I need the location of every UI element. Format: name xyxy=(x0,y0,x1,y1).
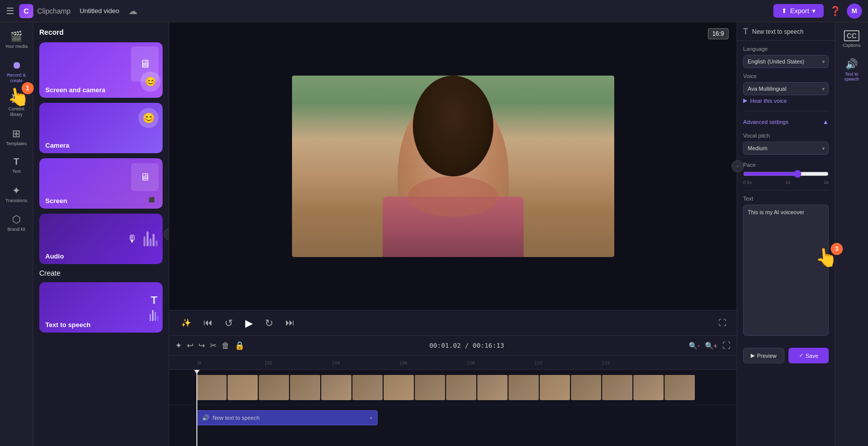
record-card-audio[interactable]: 🎙 Audio xyxy=(39,214,163,264)
ruler-mark-10: |:10 xyxy=(534,360,602,365)
record-create-icon: ⏺ xyxy=(12,59,22,71)
save-label: Save xyxy=(806,353,818,359)
text-icon: T xyxy=(14,157,19,167)
track-thumbnails xyxy=(196,372,737,403)
collapse-panel-button[interactable]: ‹ xyxy=(164,228,169,240)
thumb-13 xyxy=(571,375,601,400)
tts-sidebar-item[interactable]: 🔊 Text to speech xyxy=(837,54,866,86)
tts-track-row: 🔊 New text to speech ⦁ xyxy=(169,405,737,430)
vocal-pitch-select[interactable]: Medium xyxy=(743,142,829,155)
sidebar-label-brand-kit: Brand kit xyxy=(8,227,26,232)
tts-clip-handle-right[interactable]: ⦁ xyxy=(370,414,372,422)
ruler-marks: |0 |:02 |:04 |:06 |:08 |:10 |:12 xyxy=(196,360,737,365)
fullscreen-button[interactable]: ⛶ xyxy=(718,318,727,328)
text-section: Text This is my AI voiceover 👆 3 xyxy=(737,190,835,343)
advanced-settings-toggle[interactable]: Advanced settings ▲ xyxy=(743,115,829,129)
your-media-icon: 🎬 xyxy=(10,30,23,42)
timeline-delete[interactable]: 🗑 xyxy=(222,341,230,350)
export-chevron: ▾ xyxy=(812,7,816,15)
preview-button[interactable]: ▶ Preview xyxy=(743,348,784,363)
sidebar-label-transitions: Transitions xyxy=(6,198,28,204)
forward-button[interactable]: ↻ xyxy=(263,315,275,331)
thumb-14 xyxy=(602,375,632,400)
preview-expand-right[interactable]: › xyxy=(732,160,744,172)
sidebar-item-brand-kit[interactable]: ⬡ Brand kit xyxy=(2,209,31,236)
timeline-playhead xyxy=(196,370,197,446)
timeline-select-tool[interactable]: ✦ xyxy=(175,341,182,350)
preview-label: Preview xyxy=(757,353,776,359)
hear-voice-label: Hear this voice xyxy=(750,98,787,104)
main-container: 🎬 Your media ⏺ Record &create 👆 1 🖼 Cont… xyxy=(0,22,868,446)
step-3-badge: 3 xyxy=(831,243,835,255)
ruler-mark-8: |:08 xyxy=(467,360,534,365)
timeline-cut[interactable]: ✂ xyxy=(210,341,216,350)
pace-mark-min: 0.5x xyxy=(743,180,752,185)
export-button[interactable]: ⬆ Export ▾ xyxy=(773,4,824,18)
thumb-9 xyxy=(446,375,476,400)
thumb-15 xyxy=(633,375,664,400)
screen-camera-label: Screen and camera xyxy=(45,86,105,94)
thumb-8 xyxy=(415,375,445,400)
tts-clip[interactable]: 🔊 New text to speech ⦁ xyxy=(196,410,378,425)
video-content xyxy=(292,76,614,257)
export-label: Export xyxy=(790,7,809,15)
save-check-icon: ✓ xyxy=(799,352,804,359)
skip-back-button[interactable]: ⏮ xyxy=(201,315,214,330)
hear-voice-button[interactable]: ▶ Hear this voice xyxy=(743,95,787,106)
rewind-button[interactable]: ↺ xyxy=(223,315,235,331)
controls-bar: ✨ ⏮ ↺ ▶ ↻ ⏭ ⛶ xyxy=(169,310,737,335)
magic-tool-button[interactable]: ✨ xyxy=(179,316,193,330)
content-library-icon: 🖼 xyxy=(12,93,22,105)
video-title[interactable]: Untitled video xyxy=(80,7,119,15)
timeline-lock[interactable]: 🔒 xyxy=(235,341,245,350)
tts-card-label: Text to speech xyxy=(45,321,91,329)
sidebar-label-text: Text xyxy=(12,169,21,174)
captions-label: Captions xyxy=(843,43,861,48)
topbar: ☰ C Clipchamp Untitled video ☁ ⬆ Export … xyxy=(0,0,868,22)
aspect-ratio-badge[interactable]: 16:9 xyxy=(708,28,729,39)
ruler-mark-12: |:12 xyxy=(602,360,669,365)
text-textarea[interactable]: This is my AI voiceover xyxy=(743,205,829,336)
timeline-redo[interactable]: ↪ xyxy=(198,341,205,350)
skip-forward-button[interactable]: ⏭ xyxy=(283,315,297,330)
sidebar-item-templates[interactable]: ⊞ Templates xyxy=(2,123,31,151)
sidebar-label-your-media: Your media xyxy=(5,44,28,49)
record-card-tts[interactable]: T Text to speech 👆 2 xyxy=(39,282,163,333)
language-select[interactable]: English (United States) xyxy=(743,55,829,68)
language-label: Language xyxy=(743,46,829,52)
captions-item[interactable]: CC Captions xyxy=(837,26,866,52)
pace-slider[interactable] xyxy=(743,170,829,178)
captions-icon: CC xyxy=(844,30,859,41)
sidebar-item-content-library[interactable]: 🖼 Contentlibrary xyxy=(2,89,31,121)
cloud-sync-icon: ☁ xyxy=(128,6,137,17)
play-button[interactable]: ▶ xyxy=(243,315,255,331)
sidebar-item-your-media[interactable]: 🎬 Your media xyxy=(2,26,31,53)
topbar-right: ⬆ Export ▾ ❓ M xyxy=(773,4,862,19)
timeline-undo[interactable]: ↩ xyxy=(187,341,193,350)
timeline-expand-button[interactable]: ⛶ xyxy=(722,341,731,350)
save-button[interactable]: ✓ Save xyxy=(788,348,829,363)
tts-sidebar-icon: 🔊 xyxy=(845,58,858,70)
avatar[interactable]: M xyxy=(847,4,862,19)
record-panel: Record 🖥 😊 Screen and camera 😊 Camera xyxy=(33,22,169,446)
record-card-camera[interactable]: 😊 Camera xyxy=(39,103,163,153)
voice-section: Voice Ava Multilingual ▶ Hear this voice xyxy=(737,73,835,111)
ruler-mark-6: |:06 xyxy=(399,360,466,365)
hamburger-menu[interactable]: ☰ xyxy=(6,6,14,17)
sidebar-item-transitions[interactable]: ✦ Transitions xyxy=(2,180,31,208)
tts-panel-header-text: New text to speech xyxy=(752,28,804,35)
zoom-out-button[interactable]: 🔍- xyxy=(689,342,700,350)
ruler-mark-4: |:04 xyxy=(331,360,399,365)
thumb-11 xyxy=(509,375,539,400)
timeline-toolbar: ✦ ↩ ↪ ✂ 🗑 🔒 00:01.02 / 00:16:13 🔍- 🔍+ ⛶ xyxy=(169,336,737,356)
help-icon[interactable]: ❓ xyxy=(830,6,841,17)
voice-select[interactable]: Ava Multilingual xyxy=(743,82,829,95)
sidebar-item-record-create[interactable]: ⏺ Record &create 👆 1 xyxy=(2,55,31,88)
record-card-screen-camera[interactable]: 🖥 😊 Screen and camera xyxy=(39,42,163,98)
tts-header-icon: T xyxy=(743,27,748,36)
zoom-in-button[interactable]: 🔍+ xyxy=(705,342,717,350)
sidebar-item-text[interactable]: T Text xyxy=(2,153,31,178)
timeline-ruler: |0 |:02 |:04 |:06 |:08 |:10 |:12 xyxy=(169,356,737,370)
record-card-screen[interactable]: 🖥 Screen ⬛ xyxy=(39,158,163,209)
pace-mark-mid: 1x xyxy=(785,180,790,185)
